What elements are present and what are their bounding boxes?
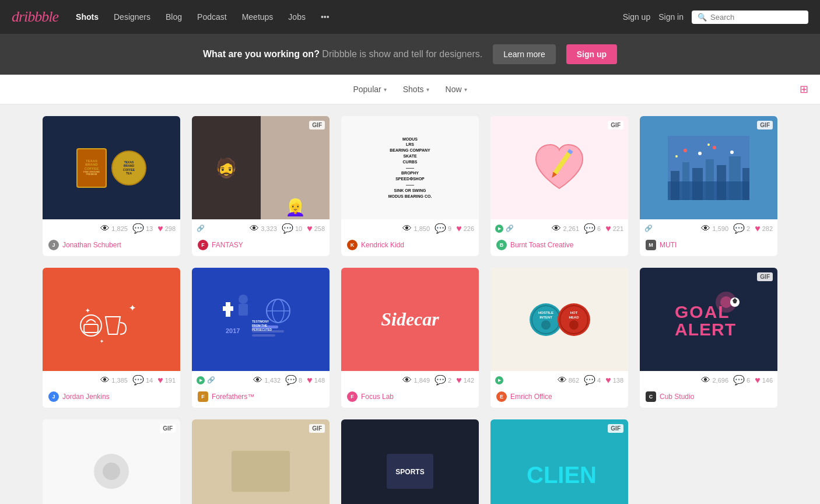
stats-icons: 👁 1,432 💬 8 ♥ 148	[218, 374, 325, 386]
heart-icon: ♥	[456, 223, 462, 234]
learn-more-button[interactable]: Learn more	[493, 44, 556, 64]
bottom-shots-row: GIF GIF	[43, 419, 777, 504]
nav-podcast[interactable]: Podcast	[191, 9, 233, 25]
signup-link[interactable]: Sign up	[623, 12, 650, 22]
heart-icon: ♥	[456, 375, 462, 386]
navbar-right: Sign up Sign in 🔍	[623, 10, 808, 24]
eye-icon: 👁	[402, 223, 412, 234]
shot-card[interactable]: ✦ ✦ ✦ 👁 1,385 💬 14	[43, 268, 180, 408]
avatar: B	[496, 240, 507, 250]
shot-stats: 👁 1,850 💬 9 ♥ 226	[341, 219, 479, 237]
nav-blog[interactable]: Blog	[160, 9, 188, 25]
svg-text:✦: ✦	[129, 303, 136, 313]
svg-text:CLIEN: CLIEN	[527, 462, 597, 488]
signup-button[interactable]: Sign up	[566, 44, 617, 64]
svg-point-28	[239, 295, 248, 304]
shot-meta: C Cub Studio	[640, 389, 777, 408]
shot-card[interactable]: CLIEN GIF	[490, 419, 628, 504]
stats-icons: 👁 1,850 💬 9 ♥ 226	[346, 223, 474, 234]
svg-point-45	[541, 320, 551, 330]
navbar: dribbble Shots Designers Blog Podcast Me…	[0, 0, 820, 34]
gif-badge: GIF	[757, 121, 773, 130]
svg-rect-29	[239, 304, 248, 316]
author-link[interactable]: Cub Studio	[660, 393, 694, 401]
shot-card[interactable]: GIF 🔗 👁 1,590 💬 2 ♥ 282	[640, 116, 777, 256]
svg-text:HEAD: HEAD	[569, 316, 579, 319]
shot-card[interactable]: TEXASBRANDCOFFEE FINE GROUNDPREMIUM TEXA…	[43, 116, 180, 256]
forefathers-svg: 2017 TESTIMONY FROM THE PERSECUTED	[220, 288, 302, 352]
avatar: C	[646, 391, 656, 402]
author-link[interactable]: Burnt Toast Creative	[510, 241, 574, 249]
shot-thumbnail: Sidecar	[341, 268, 479, 371]
author-link[interactable]: MUTI	[660, 241, 677, 249]
shot-card[interactable]: MODUSLRSBEARING COMPANYSKATECURBS——BROPH…	[341, 116, 479, 256]
shot-card[interactable]: 🧔 👱‍♀️ GIF 🔗 👁 3,323 💬	[192, 116, 330, 256]
eye-icon: 👁	[100, 223, 110, 234]
search-input[interactable]	[710, 13, 803, 22]
eye-icon: 👁	[558, 375, 567, 386]
svg-text:FROM THE: FROM THE	[252, 324, 268, 327]
like-count: ♥ 258	[307, 223, 325, 234]
popular-caret: ▾	[384, 86, 387, 93]
shot-card[interactable]: 2017 TESTIMONY FROM THE PERSECUTED ▶ 🔗 👁…	[192, 268, 330, 408]
shot-thumbnail: HOSTILE INTENT HOT HEAD	[490, 268, 628, 371]
shot-meta: B Burnt Toast Creative	[490, 237, 628, 256]
stats-icons: 👁 2,261 💬 6 ♥ 221	[516, 223, 623, 234]
shot-thumbnail: GIF	[640, 116, 777, 219]
filters-bar: Popular ▾ Shots ▾ Now ▾ ⊞	[0, 75, 820, 104]
food-svg: ✦ ✦ ✦	[73, 290, 149, 349]
now-filter[interactable]: Now ▾	[440, 82, 473, 97]
shot-image-1: TEXASBRANDCOFFEE FINE GROUNDPREMIUM TEXA…	[43, 116, 180, 219]
shot-meta: M MUTI	[640, 237, 777, 256]
shot-thumbnail: GIF	[490, 116, 628, 219]
nav-meetups[interactable]: Meetups	[236, 9, 279, 25]
heart-icon: ♥	[157, 223, 163, 234]
shot-card[interactable]: GOAL ALERT GIF 👁 2,696	[640, 268, 777, 408]
logo[interactable]: dribbble	[12, 8, 58, 26]
svg-rect-27	[223, 306, 233, 311]
like-count: ♥ 146	[755, 375, 773, 386]
shot-thumbnail: GOAL ALERT GIF	[640, 268, 777, 371]
author-link[interactable]: Focus Lab	[361, 393, 394, 401]
author-link[interactable]: Kendrick Kidd	[361, 241, 404, 249]
gif-badge: GIF	[608, 121, 623, 130]
eye-icon: 👁	[253, 375, 262, 386]
avatar: K	[347, 240, 358, 250]
gif-badge: GIF	[757, 272, 773, 281]
shot-meta: F FANTASY	[192, 237, 330, 256]
now-label: Now	[446, 85, 462, 94]
comment-icon: 💬	[132, 374, 144, 386]
nav-shots[interactable]: Shots	[70, 9, 104, 25]
eye-icon: 👁	[402, 375, 412, 386]
heart-icon: ♥	[755, 223, 761, 234]
shot-card[interactable]: GIF ▶ 🔗 👁 2,261 💬 6 ♥ 221	[490, 116, 628, 256]
shots-filter[interactable]: Shots ▾	[397, 82, 435, 97]
author-link[interactable]: Jonathan Schubert	[62, 241, 121, 249]
shot-card[interactable]: HOSTILE INTENT HOT HEAD ▶	[490, 268, 628, 408]
shot-card[interactable]: Sidecar 👁 1,849 💬 2 ♥ 142	[341, 268, 479, 408]
author-link[interactable]: FANTASY	[212, 241, 243, 249]
heart-icon: ♥	[605, 375, 611, 386]
avatar: J	[48, 391, 59, 402]
gif-badge: GIF	[608, 424, 623, 433]
shot-card[interactable]: GIF	[43, 419, 180, 504]
search-icon: 🔍	[698, 13, 707, 22]
like-count: ♥ 142	[456, 375, 474, 386]
comment-icon: 💬	[282, 223, 293, 234]
shot-card[interactable]: GIF	[192, 419, 330, 504]
author-link[interactable]: Forefathers™	[212, 393, 254, 401]
nav-jobs[interactable]: Jobs	[282, 9, 311, 25]
like-count: ♥ 221	[605, 223, 623, 234]
author-link[interactable]: Emrich Office	[510, 393, 552, 401]
comment-icon: 💬	[132, 223, 144, 234]
shot-image-2: 🧔 👱‍♀️	[192, 116, 330, 219]
shot-card[interactable]: SPORTS	[341, 419, 479, 504]
author-link[interactable]: Jordan Jenkins	[62, 393, 110, 401]
popular-filter[interactable]: Popular ▾	[347, 82, 392, 97]
svg-point-50	[569, 320, 579, 330]
nav-more[interactable]: •••	[315, 9, 335, 25]
nav-designers[interactable]: Designers	[108, 9, 156, 25]
stats-icons: 👁 1,825 💬 13 ♥ 298	[47, 223, 176, 234]
grid-view-icon[interactable]: ⊞	[800, 83, 808, 96]
signin-link[interactable]: Sign in	[658, 12, 684, 22]
